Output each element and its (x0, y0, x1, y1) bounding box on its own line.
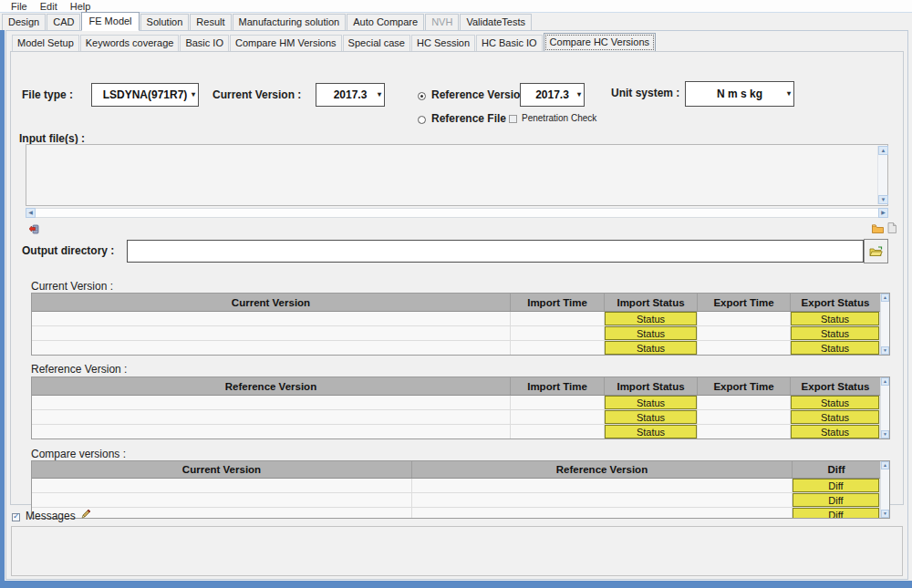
import-status-button[interactable]: Status (605, 312, 697, 325)
import-status-cell: Status (605, 312, 698, 326)
scroll-right-icon[interactable]: ▶ (878, 208, 888, 218)
compare-table-scrollbar[interactable]: ▲ ▼ (880, 461, 889, 518)
reference-version-radio[interactable] (418, 92, 426, 100)
import-status-button[interactable]: Status (605, 410, 697, 424)
table-row: Status Status (32, 410, 880, 425)
reference-version-cell (412, 479, 793, 493)
input-files-hscrollbar[interactable]: ◀ ▶ (26, 208, 888, 218)
subtab-basic-io[interactable]: Basic IO (180, 35, 229, 51)
column-header: Import Time (511, 294, 605, 311)
tab-manufacturing-solution[interactable]: Manufacturing solution (233, 14, 347, 30)
remove-file-icon[interactable] (29, 223, 40, 234)
scroll-up-icon[interactable]: ▲ (881, 294, 889, 302)
output-directory-input[interactable] (127, 240, 864, 263)
column-header: Import Time (511, 377, 605, 395)
reference-version-select[interactable]: 2017.3 ▾ (520, 83, 585, 107)
scroll-down-icon[interactable]: ▼ (881, 430, 889, 438)
subtab-special-case[interactable]: Special case (343, 35, 410, 51)
diff-cell: Diff (793, 479, 880, 493)
scroll-down-icon[interactable]: ▼ (878, 195, 888, 204)
file-type-value: LSDYNA(971R7) (103, 88, 188, 101)
import-status-cell: Status (605, 410, 698, 425)
column-header: Import Status (605, 294, 698, 311)
import-status-button[interactable]: Status (605, 396, 697, 409)
window-left-edge (0, 30, 5, 581)
current-version-value: 2017.3 (334, 88, 368, 101)
unit-system-value: N m s kg (717, 88, 762, 100)
edit-pencil-icon[interactable] (79, 509, 91, 521)
export-status-button[interactable]: Status (791, 312, 879, 325)
import-status-button[interactable]: Status (605, 341, 697, 355)
scroll-up-icon[interactable]: ▲ (878, 146, 888, 155)
tab-fe-model[interactable]: FE Model (81, 12, 139, 31)
reference-file-radio[interactable] (418, 116, 426, 124)
export-time-cell (698, 425, 791, 439)
add-file-icon[interactable] (887, 222, 896, 233)
subtab-compare-hc-versions[interactable]: Compare HC Versions (544, 33, 656, 52)
menu-edit[interactable]: Edit (34, 1, 64, 12)
scroll-down-icon[interactable]: ▼ (881, 346, 889, 355)
application-window: File Edit Help Design CAD FE Model Solut… (0, 0, 912, 588)
sub-tab-bar: Model Setup Keywords coverage Basic IO C… (12, 35, 657, 51)
diff-button[interactable]: Diff (793, 479, 879, 492)
table-row: Diff (32, 493, 880, 508)
tab-cad[interactable]: CAD (47, 14, 80, 30)
tab-result[interactable]: Result (190, 14, 231, 30)
import-time-cell (511, 425, 605, 439)
subtab-compare-hm-versions[interactable]: Compare HM Versions (230, 35, 342, 51)
menu-help[interactable]: Help (64, 1, 98, 12)
compare-versions-section-label: Compare versions : (31, 448, 126, 460)
file-type-select[interactable]: LSDYNA(971R7) ▾ (91, 83, 199, 107)
diff-cell: Diff (793, 493, 880, 508)
compare-table-header: Current Version Reference Version Diff (32, 461, 880, 479)
export-status-cell: Status (791, 312, 880, 326)
reference-version-table-scrollbar[interactable]: ▲ ▼ (880, 377, 889, 438)
reference-version-label: Reference Version : (431, 88, 534, 101)
export-status-button[interactable]: Status (791, 341, 879, 355)
tab-auto-compare[interactable]: Auto Compare (347, 14, 424, 30)
tab-solution[interactable]: Solution (140, 14, 190, 30)
input-files-vscrollbar[interactable]: ▲ ▼ (877, 146, 887, 204)
import-time-cell (511, 410, 605, 425)
browse-output-directory-button[interactable] (864, 239, 888, 263)
version-cell (32, 341, 511, 356)
column-header: Diff (793, 461, 880, 478)
tab-design[interactable]: Design (2, 14, 46, 30)
current-version-table-scrollbar[interactable]: ▲ ▼ (880, 294, 889, 355)
output-directory-label: Output directory : (22, 244, 114, 257)
scroll-up-icon[interactable]: ▲ (881, 377, 889, 386)
scroll-down-icon[interactable]: ▼ (881, 510, 889, 518)
export-status-cell: Status (791, 341, 880, 356)
diff-button[interactable]: Diff (793, 493, 879, 507)
add-folder-icon[interactable] (872, 224, 884, 233)
scroll-up-icon[interactable]: ▲ (881, 461, 889, 469)
unit-system-select[interactable]: N m s kg ▾ (685, 81, 794, 107)
import-status-button[interactable]: Status (605, 425, 697, 438)
version-cell (32, 425, 511, 439)
export-time-cell (698, 410, 791, 425)
tab-validatetests[interactable]: ValidateTests (460, 14, 532, 30)
reference-version-table-header: Reference Version Import Time Import Sta… (32, 377, 880, 396)
penetration-check-checkbox[interactable] (509, 115, 517, 123)
table-row: Status Status (32, 326, 880, 341)
current-version-select[interactable]: 2017.3 ▾ (316, 83, 385, 107)
export-status-button[interactable]: Status (791, 326, 879, 340)
subtab-hc-basic-io[interactable]: HC Basic IO (476, 35, 543, 51)
messages-checkbox[interactable] (12, 513, 20, 521)
export-status-button[interactable]: Status (791, 410, 879, 424)
menu-file[interactable]: File (5, 1, 34, 12)
input-files-list[interactable]: ▲ ▼ (26, 144, 888, 206)
scroll-left-icon[interactable]: ◀ (26, 208, 36, 218)
subtab-model-setup[interactable]: Model Setup (12, 35, 79, 51)
subtab-hc-session[interactable]: HC Session (411, 35, 475, 51)
penetration-check-label: Penetration Check (522, 113, 596, 123)
subtab-keywords-coverage[interactable]: Keywords coverage (80, 35, 180, 51)
import-status-cell: Status (605, 341, 698, 356)
messages-output-area[interactable] (11, 526, 903, 576)
export-status-button[interactable]: Status (791, 396, 879, 409)
import-status-button[interactable]: Status (605, 326, 697, 340)
export-status-cell: Status (791, 326, 880, 341)
current-version-table-header: Current Version Import Time Import Statu… (32, 294, 880, 312)
export-status-button[interactable]: Status (791, 425, 879, 438)
diff-button[interactable]: Diff (793, 508, 879, 519)
